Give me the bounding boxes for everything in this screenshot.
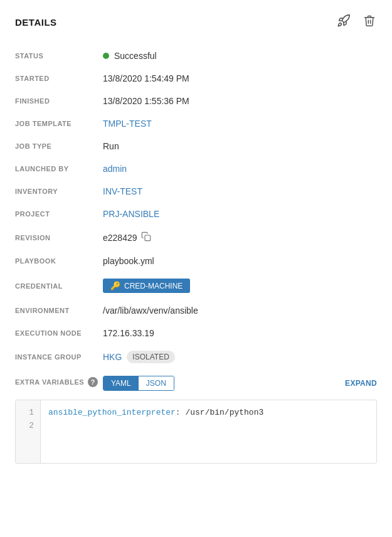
code-key: ansible_python_interpreter [48, 408, 176, 417]
environment-value: /var/lib/awx/venv/ansible [103, 299, 377, 322]
playbook-value: playbook.yml [103, 250, 377, 272]
launched-by-link[interactable]: admin [103, 164, 127, 174]
yaml-json-tabs: YAML JSON [103, 376, 174, 391]
extra-variables-controls-cell: YAML JSON EXPAND [103, 370, 377, 397]
status-value: Successful [103, 45, 377, 67]
code-editor: 1 2 ansible_python_interpreter: /usr/bin… [15, 400, 377, 464]
revision-label: REVISION [15, 225, 103, 250]
launch-button[interactable] [336, 13, 352, 32]
extra-variables-text: EXTRA VARIABLES [15, 378, 84, 386]
code-val: /usr/bin/python3 [181, 408, 264, 417]
project-value: PRJ-ANSIBLE [103, 203, 377, 225]
project-label: PROJECT [15, 203, 103, 225]
header-actions [336, 13, 377, 32]
instance-group-value: HKG ISOLATED [103, 344, 377, 370]
code-sep: : [176, 408, 181, 417]
started-label: STARTED [15, 67, 103, 90]
finished-label: FINISHED [15, 90, 103, 112]
credential-badge[interactable]: 🔑 CRED-MACHINE [103, 279, 190, 293]
inventory-value: INV-TEST [103, 180, 377, 203]
execution-node-label: EXECUTION NODE [15, 322, 103, 344]
job-template-value: TMPL-TEST [103, 112, 377, 135]
code-line-2 [48, 420, 369, 433]
finished-value: 13/8/2020 1:55:36 PM [103, 90, 377, 112]
svg-rect-0 [145, 235, 151, 241]
extra-variables-label-inner: EXTRA VARIABLES ? [15, 377, 98, 387]
started-value: 13/8/2020 1:54:49 PM [103, 67, 377, 90]
inventory-label: INVENTORY [15, 180, 103, 203]
details-grid: STATUS Successful STARTED 13/8/2020 1:54… [15, 45, 377, 464]
job-template-link[interactable]: TMPL-TEST [103, 119, 152, 129]
line-number-2: 2 [22, 420, 34, 433]
instance-group-container: HKG ISOLATED [103, 351, 175, 363]
job-type-label: JOB TYPE [15, 135, 103, 157]
credential-badge-text: CRED-MACHINE [124, 282, 183, 290]
revision-value: e228429 [103, 225, 377, 250]
credential-value: 🔑 CRED-MACHINE [103, 272, 377, 299]
launched-by-value: admin [103, 157, 377, 180]
playbook-label: PLAYBOOK [15, 250, 103, 272]
job-template-label: JOB TEMPLATE [15, 112, 103, 135]
project-link[interactable]: PRJ-ANSIBLE [103, 209, 159, 219]
revision-text: e228429 [103, 233, 137, 243]
code-line-1: ansible_python_interpreter: /usr/bin/pyt… [48, 407, 369, 420]
key-icon: 🔑 [110, 281, 120, 290]
code-content[interactable]: ansible_python_interpreter: /usr/bin/pyt… [41, 400, 376, 463]
instance-group-tag: ISOLATED [127, 351, 174, 363]
delete-button[interactable] [362, 13, 377, 32]
json-tab[interactable]: JSON [139, 376, 174, 390]
panel-header: DETAILS [15, 13, 377, 32]
panel-title: DETAILS [15, 17, 57, 28]
inventory-link[interactable]: INV-TEST [103, 186, 142, 196]
status-text: Successful [114, 51, 157, 61]
status-dot [103, 53, 109, 59]
line-number-1: 1 [22, 407, 34, 420]
line-numbers: 1 2 [16, 400, 41, 463]
credential-label: CREDENTIAL [15, 272, 103, 299]
details-panel: DETAILS ST [0, 0, 392, 476]
execution-node-value: 172.16.33.19 [103, 322, 377, 344]
expand-link[interactable]: EXPAND [345, 379, 377, 388]
help-icon[interactable]: ? [88, 377, 98, 387]
job-type-value: Run [103, 135, 377, 157]
status-label: STATUS [15, 45, 103, 67]
instance-group-link[interactable]: HKG [103, 352, 122, 362]
launched-by-label: LAUNCHED BY [15, 157, 103, 180]
code-editor-inner: 1 2 ansible_python_interpreter: /usr/bin… [16, 400, 376, 463]
copy-icon[interactable] [141, 231, 151, 243]
extra-variables-label: EXTRA VARIABLES ? [15, 370, 103, 397]
extra-variables-controls: YAML JSON EXPAND [103, 376, 377, 391]
instance-group-label: INSTANCE GROUP [15, 344, 103, 370]
environment-label: ENVIRONMENT [15, 299, 103, 322]
yaml-tab[interactable]: YAML [103, 376, 139, 390]
revision-container: e228429 [103, 231, 151, 243]
